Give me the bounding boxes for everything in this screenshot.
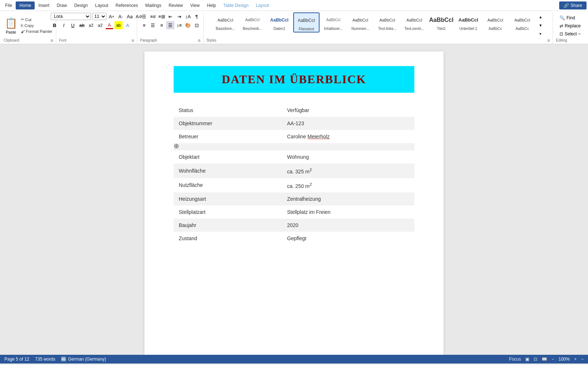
table-row: Nutzflächeca. 250 m2 <box>174 178 414 193</box>
font-name-row: Lora 11 A+ A- Aa A⊘ <box>51 12 143 20</box>
underline-button[interactable]: U <box>69 21 77 29</box>
bold-button[interactable]: B <box>51 21 59 29</box>
font-case-button[interactable]: Aa <box>126 12 134 20</box>
table-cell-label: Status <box>174 104 282 117</box>
styles-more[interactable]: ▾ <box>537 30 545 38</box>
font-decrease-button[interactable]: A- <box>117 12 125 20</box>
select-button[interactable]: ⊡ Select ~ <box>558 31 582 37</box>
font-name-select[interactable]: Lora <box>51 13 91 20</box>
style-item-8[interactable]: AaBbCcITitel1 <box>428 12 454 32</box>
superscript-button[interactable]: x2 <box>96 21 104 29</box>
clipboard-content: 📋 Paste ✂ Cut ⎘ Copy 🖌 Format Painter <box>4 12 54 38</box>
copy-button[interactable]: ⎘ Copy <box>20 23 54 28</box>
table-row: StellplatzartStellplatz im Freien <box>174 205 414 219</box>
italic-button[interactable]: I <box>60 21 68 29</box>
zoom-level: 100% <box>558 357 570 362</box>
view-mode-web[interactable]: ⊡ <box>534 357 537 362</box>
strikethrough-button[interactable]: ab <box>78 21 86 29</box>
line-spacing-button[interactable]: ↕≡ <box>175 21 183 29</box>
cut-button[interactable]: ✂ Cut <box>20 17 54 22</box>
styles-scroll-down[interactable]: ▼ <box>537 22 545 30</box>
borders-button[interactable]: ⊡ <box>193 21 201 29</box>
styles-scroll-up[interactable]: ▲ <box>537 13 545 21</box>
show-formatting-button[interactable]: ¶ <box>193 12 201 20</box>
decrease-indent-button[interactable]: ⇤ <box>166 12 174 20</box>
table-cell-label <box>174 143 282 150</box>
shading-button[interactable]: 🎨 <box>184 21 192 29</box>
ribbon: File Home Insert Draw Design Layout Refe… <box>0 0 588 44</box>
bullets-button[interactable]: ☰ <box>140 12 148 20</box>
font-color-button[interactable]: A <box>105 21 113 29</box>
style-item-9[interactable]: AaBbCcIUntertitel-1 <box>455 12 481 32</box>
style-item-2[interactable]: AaBbCcIDaten1 <box>266 12 293 32</box>
style-item-4[interactable]: AaBbCcIInhaltsver... <box>320 12 347 32</box>
table-row: Baujahr2020 <box>174 219 414 232</box>
style-item-11[interactable]: AaBbCcIAaBbCc <box>509 12 535 32</box>
font-expand-arrow[interactable]: ⧉ <box>131 38 135 43</box>
table-cell-value: Stellplatz im Freien <box>282 205 414 219</box>
focus-button[interactable]: Focus <box>509 357 521 362</box>
word-count: 735 words <box>35 357 55 362</box>
font-size-select[interactable]: 11 <box>92 13 107 20</box>
menu-table-design[interactable]: Table Design <box>220 1 252 9</box>
menu-home[interactable]: Home <box>16 1 35 9</box>
justify-button[interactable]: ☰ <box>166 21 174 29</box>
sort-button[interactable]: ↕A <box>184 12 192 20</box>
menu-insert[interactable]: Insert <box>35 1 53 9</box>
table-cell-value <box>282 143 414 150</box>
replace-button[interactable]: ⇄ Replace <box>558 23 582 29</box>
style-item-10[interactable]: AaBbCcIAaBbCc <box>482 12 508 32</box>
menu-references[interactable]: References <box>112 1 142 9</box>
menu-table-layout[interactable]: Layout <box>252 1 272 9</box>
document-banner: DATEN IM ÜBERBLICK <box>174 66 414 93</box>
numbering-button[interactable]: ≡# <box>149 12 157 20</box>
font-increase-button[interactable]: A+ <box>108 12 116 20</box>
zoom-in-button[interactable]: + <box>574 357 577 362</box>
table-move-handle[interactable]: ⊕ <box>174 142 179 150</box>
find-label: Find <box>566 15 575 20</box>
zoom-out-button[interactable]: − <box>552 357 554 362</box>
style-preview-11: AaBbCcI <box>510 14 535 27</box>
style-item-0[interactable]: AaBbCcIBasisform... <box>212 12 239 32</box>
highlight-button[interactable]: ab <box>115 21 123 29</box>
minimize-button[interactable]: − <box>581 357 584 362</box>
style-item-5[interactable]: AaBbCcINummeri... <box>347 12 374 32</box>
format-painter-button[interactable]: 🖌 Format Painter <box>20 29 54 34</box>
menu-layout[interactable]: Layout <box>92 1 112 9</box>
clipboard-expand-arrow[interactable]: ⧉ <box>50 38 54 43</box>
find-button[interactable]: 🔍 Find <box>558 15 576 21</box>
align-left-button[interactable]: ≡ <box>140 21 148 29</box>
style-item-3[interactable]: AaBbCcIFliesstext <box>293 12 320 32</box>
style-item-7[interactable]: AaBbCcIText-zentri... <box>401 12 428 32</box>
menu-file[interactable]: File <box>1 1 16 9</box>
multilevel-list-button[interactable]: ≡⊞ <box>158 12 166 20</box>
menu-design[interactable]: Design <box>70 1 91 9</box>
table-cell-value: Zentralheizung <box>282 192 414 205</box>
para-expand-arrow[interactable]: ⧉ <box>197 38 201 43</box>
para-group-bottom: Paragraph ⧉ <box>140 38 201 44</box>
document-area: DATEN IM ÜBERBLICK ⊕ StatusVerfügbarObje… <box>0 44 588 355</box>
subscript-button[interactable]: x2 <box>87 21 95 29</box>
style-item-1[interactable]: AaBbCcIBeschreib... <box>239 12 266 32</box>
menu-mailings[interactable]: Mailings <box>142 1 165 9</box>
text-effect-button[interactable]: A <box>124 21 132 29</box>
table-cell-label: Betreuer <box>174 130 282 143</box>
menu-draw[interactable]: Draw <box>53 1 70 9</box>
table-cell-value: 2020 <box>282 219 414 232</box>
style-preview-9: AaBbCcI <box>456 14 481 27</box>
view-mode-read[interactable]: 📖 <box>542 357 547 362</box>
share-button[interactable]: 🔗Share <box>559 1 587 9</box>
menu-view[interactable]: View <box>187 1 204 9</box>
table-row: BetreuerCaroline Meierholz <box>174 130 414 143</box>
align-right-button[interactable]: ≡ <box>158 21 166 29</box>
paste-button[interactable]: 📋 Paste <box>4 16 18 35</box>
view-mode-print[interactable]: ▣ <box>525 357 529 362</box>
style-item-6[interactable]: AaBbCcIText-links... <box>374 12 401 32</box>
status-bar: Page 5 of 12 735 words 🔤 German (Germany… <box>0 355 588 364</box>
increase-indent-button[interactable]: ⇥ <box>175 12 183 20</box>
menu-review[interactable]: Review <box>165 1 186 9</box>
styles-expand-arrow[interactable]: ⧉ <box>547 38 550 43</box>
language-icon: 🔤 <box>61 357 66 362</box>
menu-help[interactable]: Help <box>203 1 220 9</box>
align-center-button[interactable]: ☰ <box>149 21 157 29</box>
